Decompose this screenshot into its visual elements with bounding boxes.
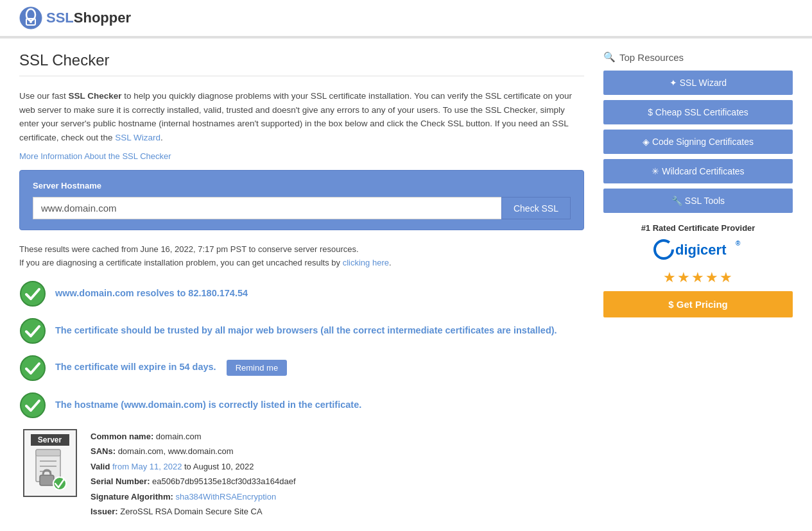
check-ssl-button[interactable]: Check SSL — [501, 197, 571, 219]
cache-line1: These results were cached from June 16, … — [19, 244, 359, 254]
header: SSLShopper — [0, 0, 812, 37]
cheap-ssl-button[interactable]: $ Cheap SSL Certificates — [603, 100, 793, 124]
result-text-trust: The certificate should be trusted by all… — [55, 324, 557, 338]
rated-text: #1 Rated Certificate Provider — [603, 223, 793, 233]
checker-input-row: Check SSL — [33, 197, 571, 219]
ssl-tools-button[interactable]: 🔧 SSL Tools — [603, 189, 793, 213]
stars-rating: ★★★★★ — [603, 269, 793, 286]
svg-text:digicert: digicert — [675, 242, 727, 258]
result-text-expire: The certificate will expire in 54 days. … — [55, 360, 287, 376]
page-description: Use our fast SSL Checker to help you qui… — [19, 89, 584, 144]
left-column: SSL Checker Use our fast SSL Checker to … — [19, 51, 584, 519]
checker-box: Server Hostname Check SSL — [19, 170, 584, 230]
result-text-resolve: www.domain.com resolves to 82.180.174.54 — [55, 287, 248, 301]
page-title: SSL Checker — [19, 51, 584, 76]
logo-shopper: Shopper — [74, 10, 131, 26]
svg-point-7 — [21, 393, 45, 417]
svg-point-15 — [655, 240, 673, 258]
result-item-hostname: The hostname (www.domain.com) is correct… — [19, 392, 584, 419]
logo-icon — [19, 6, 42, 30]
cache-notice: These results were cached from June 16, … — [19, 243, 584, 270]
cert-signature: Signature Algorithm: sha384WithRSAEncryp… — [91, 489, 296, 504]
logo-link[interactable]: SSLShopper — [19, 6, 131, 30]
cert-info: Common name: domain.com SANs: domain.com… — [91, 429, 296, 519]
svg-point-3 — [30, 21, 32, 23]
more-info-link[interactable]: More Information About the SSL Checker — [19, 151, 171, 161]
result-text-hostname: The hostname (www.domain.com) is correct… — [55, 398, 361, 412]
clicking-here-link[interactable]: clicking here — [343, 258, 389, 267]
cert-icon-box: Server — [23, 429, 77, 497]
svg-point-6 — [21, 356, 45, 380]
svg-point-5 — [21, 319, 45, 343]
cert-issuer: Issuer: ZeroSSL RSA Domain Secure Site C… — [91, 504, 296, 519]
right-column: 🔍 Top Resources ✦ SSL Wizard $ Cheap SSL… — [603, 51, 793, 519]
code-signing-button[interactable]: ◈ Code Signing Certificates — [603, 130, 793, 154]
search-icon: 🔍 — [603, 51, 616, 63]
digicert-box: #1 Rated Certificate Provider digicert ®… — [603, 223, 793, 317]
cert-icon-label: Server — [31, 434, 69, 446]
ssl-wizard-link[interactable]: SSL Wizard — [115, 133, 160, 142]
cert-sans: SANs: domain.com, www.domain.com — [91, 444, 296, 459]
digicert-logo: digicert ® — [603, 237, 793, 267]
cert-common-name: Common name: domain.com — [91, 429, 296, 444]
wildcard-button[interactable]: ✳ Wildcard Certificates — [603, 159, 793, 183]
top-resources-title: 🔍 Top Resources — [603, 51, 793, 63]
result-item-resolve: www.domain.com resolves to 82.180.174.54 — [19, 280, 584, 307]
svg-point-4 — [21, 282, 45, 306]
cache-line2: If you are diagnosing a certificate inst… — [19, 258, 343, 267]
svg-rect-9 — [36, 450, 60, 456]
cert-server-icon — [31, 448, 69, 490]
digicert-svg: digicert ® — [653, 237, 743, 262]
main-container: SSL Checker Use our fast SSL Checker to … — [0, 38, 812, 531]
hostname-input[interactable] — [33, 197, 501, 219]
check-icon-resolve — [19, 280, 46, 307]
check-icon-expire — [19, 355, 46, 382]
ssl-wizard-button[interactable]: ✦ SSL Wizard — [603, 71, 793, 95]
svg-rect-13 — [40, 475, 54, 485]
cert-icon-wrapper: Server — [19, 429, 80, 497]
checker-label: Server Hostname — [33, 181, 571, 190]
cert-valid: Valid from May 11, 2022 to August 10, 20… — [91, 459, 296, 474]
remind-me-button[interactable]: Remind me — [227, 360, 287, 376]
check-icon-hostname — [19, 392, 46, 419]
result-item-expire: The certificate will expire in 54 days. … — [19, 355, 584, 382]
svg-text:®: ® — [736, 240, 741, 247]
certificate-details: Server — [19, 429, 584, 519]
check-icon-trust — [19, 317, 46, 344]
cert-serial: Serial Number: ea506b7db95135e18cf30d33a… — [91, 474, 296, 489]
logo-ssl: SSL — [46, 10, 74, 26]
result-item-trust: The certificate should be trusted by all… — [19, 317, 584, 344]
get-pricing-button[interactable]: $ Get Pricing — [603, 291, 793, 317]
